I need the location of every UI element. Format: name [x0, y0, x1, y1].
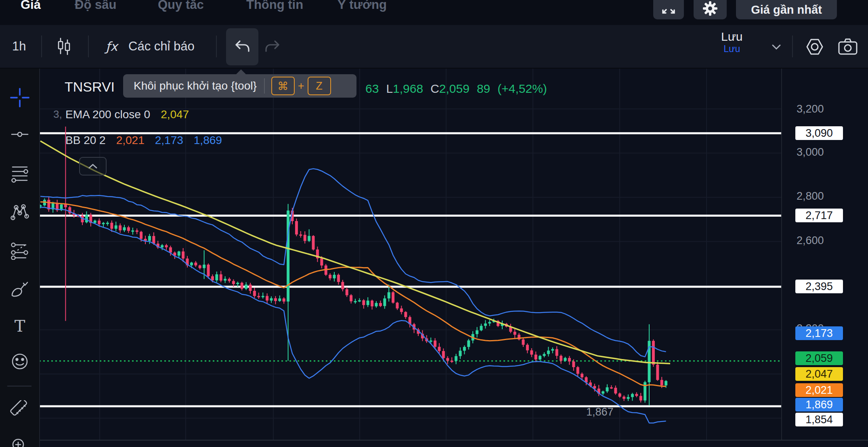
- price-label: 2,173: [795, 326, 843, 340]
- undo-button[interactable]: [226, 28, 258, 65]
- price-tick: 2,800: [797, 190, 824, 203]
- projection-tool-button[interactable]: [10, 240, 30, 260]
- z-key-icon: Z: [308, 77, 331, 95]
- camera-icon: [837, 37, 858, 56]
- toolbar-divider: [88, 36, 89, 57]
- redo-button[interactable]: [264, 39, 281, 55]
- ema-legend-title: EMA 200 close 0: [65, 108, 150, 121]
- ohlc-readout: 63L1,968C2,05989(+4,52%): [365, 82, 547, 96]
- expand-arrows-icon: [660, 3, 677, 17]
- toolbar-divider: [216, 36, 217, 57]
- emoji-tool-button[interactable]: [10, 351, 30, 372]
- gear-icon: [702, 0, 718, 17]
- tab-quy-tac[interactable]: Quy tắc: [158, 0, 204, 12]
- low-price-marker: 1,867: [586, 406, 614, 418]
- tab-do-sau[interactable]: Độ sâu: [75, 0, 116, 12]
- tab-thong-tin[interactable]: Thông tin: [246, 0, 303, 12]
- chart-properties-button[interactable]: [804, 36, 825, 57]
- brush-tool-button[interactable]: [10, 280, 30, 299]
- low-value: 1,968: [393, 82, 423, 95]
- ema-legend-row[interactable]: EMA 200 close 02,047: [65, 108, 189, 121]
- bb-lower-value: 1,869: [194, 134, 222, 146]
- price-label: 2,395: [795, 280, 843, 293]
- bb-basis-value: 2,021: [116, 134, 145, 146]
- price-label: 2,047: [795, 367, 843, 381]
- time-axis[interactable]: [39, 440, 868, 447]
- price-label: 2,059: [795, 351, 843, 365]
- price-tick: 3,200: [797, 103, 824, 115]
- chevron-up-icon: [87, 163, 99, 170]
- price-axis[interactable]: 3,2003,0002,8002,6002,2003,0902,7172,395…: [781, 68, 868, 440]
- bb-legend-title: BB 20 2: [65, 134, 106, 146]
- settings-button[interactable]: [694, 0, 727, 19]
- price-chart-canvas[interactable]: [39, 68, 781, 440]
- bb-legend-row[interactable]: BB 20 22,0212,1731,869: [65, 134, 222, 147]
- bb-upper-value: 2,173: [155, 134, 183, 146]
- price-label: 3,090: [795, 126, 843, 140]
- latest-price-label: Giá gần nhất: [751, 3, 822, 17]
- price-label: 2,021: [795, 383, 843, 397]
- screenshot-button[interactable]: [837, 37, 858, 56]
- text-tool-button[interactable]: T: [10, 316, 29, 336]
- trend-line-tool-button[interactable]: [10, 125, 29, 144]
- fullscreen-button[interactable]: [653, 0, 684, 19]
- price-tick: 2,600: [797, 234, 824, 247]
- price-tick: 3,000: [797, 146, 824, 159]
- fx-icon: ƒx: [106, 39, 117, 54]
- undo-icon: [234, 39, 250, 55]
- clipped-axis-fragment: 3,: [53, 108, 62, 121]
- candle-style-button[interactable]: [56, 38, 72, 55]
- tab-y-tuong[interactable]: Ý tưởng: [338, 0, 387, 12]
- plus-sign: +: [298, 80, 304, 92]
- price-label: 2,717: [795, 209, 843, 222]
- change-value: 89: [477, 82, 490, 95]
- price-label: 1,854: [795, 413, 843, 426]
- tooltip-text: Khôi phục khởi tạo {tool}: [134, 79, 257, 92]
- chart-toolbar: 1h ƒx Các chỉ báo Lưu Lưu: [0, 25, 868, 69]
- ema-legend-value: 2,047: [161, 108, 189, 121]
- svg-text:T: T: [14, 317, 25, 335]
- top-menu-bar: Giá Độ sâu Quy tắc Thông tin Ý tưởng: [0, 0, 868, 18]
- save-label: Lưu: [721, 30, 742, 44]
- low-label: L: [386, 82, 393, 95]
- tooltip-divider: [264, 78, 265, 94]
- hexagon-settings-icon: [804, 36, 825, 57]
- high-value-fragment: 63: [365, 82, 379, 95]
- cmd-key-icon: ⌘: [271, 77, 295, 95]
- save-sub-label: Lưu: [721, 44, 742, 54]
- symbol-title[interactable]: TNSRVI: [65, 79, 115, 95]
- fib-retracement-tool-button[interactable]: [10, 164, 29, 183]
- save-button[interactable]: Lưu Lưu: [721, 30, 742, 54]
- legend-collapse-button[interactable]: [79, 157, 107, 175]
- latest-price-button[interactable]: Giá gần nhất: [736, 0, 837, 19]
- drawing-toolbar: T: [0, 68, 40, 447]
- chart-pane[interactable]: [39, 68, 781, 440]
- price-label: 1,869: [795, 398, 843, 411]
- save-menu-chevron[interactable]: [769, 43, 783, 52]
- measure-tool-button[interactable]: [9, 400, 30, 421]
- close-value: 2,059: [439, 82, 470, 95]
- trading-chart-app: Giá Độ sâu Quy tắc Thông tin Ý tưởng: [0, 0, 868, 447]
- toolbar-divider: [7, 386, 31, 386]
- change-percent: (+4,52%): [497, 82, 547, 95]
- toolbar-divider: [792, 36, 793, 57]
- tab-gia[interactable]: Giá: [21, 0, 41, 12]
- zoom-in-tool-button[interactable]: [10, 436, 30, 447]
- toolbar-divider: [41, 36, 42, 57]
- indicators-button[interactable]: Các chỉ báo: [128, 39, 195, 54]
- undo-tooltip: Khôi phục khởi tạo {tool} ⌘ + Z: [123, 74, 356, 98]
- xabcd-pattern-tool-button[interactable]: [10, 203, 30, 222]
- close-label: C: [430, 82, 439, 95]
- crosshair-tool-button[interactable]: [9, 87, 30, 108]
- interval-button[interactable]: 1h: [12, 39, 26, 54]
